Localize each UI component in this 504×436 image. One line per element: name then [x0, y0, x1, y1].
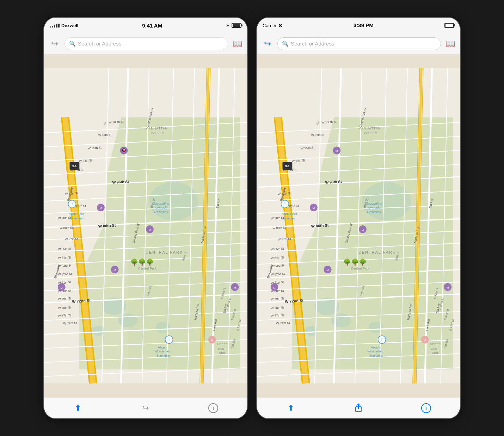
map-bottom-1: ⬆ ↪ i [44, 397, 247, 418]
svg-text:9A: 9A [285, 164, 290, 168]
svg-text:9A: 9A [72, 164, 77, 168]
share-btn-2[interactable] [351, 400, 366, 416]
map-2[interactable]: W 100th St W 97th St W 95th St W 94th St… [257, 54, 460, 397]
search-input-1[interactable]: 🔍 Search or Address [64, 37, 228, 50]
svg-text:W 87th St: W 87th St [278, 237, 291, 241]
battery-1 [232, 23, 241, 28]
status-right-1: ➤ [226, 23, 241, 28]
svg-text:EAST: EAST [431, 347, 439, 350]
svg-text:Reservoir: Reservoir [367, 210, 382, 214]
map-svg-1: W 100th St W 97th St W 95th St W 94th St… [44, 54, 247, 397]
svg-text:W 88th St: W 88th St [272, 226, 286, 230]
svg-text:M: M [424, 339, 426, 342]
svg-text:W 94th St: W 94th St [79, 158, 92, 163]
search-placeholder-2: Search or Address [291, 41, 334, 47]
battery-2 [444, 23, 454, 28]
svg-text:M: M [113, 268, 116, 272]
phone-2: Carrier ⊙ 3:39 PM ↪ 🔍 Search or Address … [256, 17, 461, 419]
svg-text:🌳🌳🌳: 🌳🌳🌳 [343, 258, 367, 266]
book-btn-1[interactable]: 📖 [231, 37, 244, 50]
status-bar-2: Carrier ⊙ 3:39 PM [257, 18, 460, 33]
svg-text:🚇: 🚇 [122, 148, 126, 152]
battery-fill-1 [233, 24, 240, 27]
location-icon-1: ➤ [226, 23, 229, 28]
svg-text:W 85th St: W 85th St [58, 247, 71, 251]
svg-text:Central Park: Central Park [138, 266, 157, 270]
search-placeholder-1: Search or Address [78, 41, 121, 47]
svg-text:W 77th St: W 77th St [271, 313, 284, 317]
svg-text:🌳🌳🌳: 🌳🌳🌳 [130, 258, 154, 266]
svg-text:M: M [447, 286, 449, 289]
svg-text:W 97th St: W 97th St [311, 133, 325, 137]
share-icon-2 [354, 403, 363, 413]
svg-text:W 94th St: W 94th St [292, 158, 305, 163]
svg-text:Jacqueline: Jacqueline [153, 201, 169, 205]
search-input-2[interactable]: 🔍 Search or Address [277, 37, 441, 50]
svg-text:W 95th St: W 95th St [301, 146, 315, 150]
svg-text:i: i [284, 202, 285, 206]
svg-text:W 97th St: W 97th St [98, 133, 112, 137]
map-bottom-2: ⬆ i [257, 397, 460, 418]
time-2: 3:39 PM [354, 22, 374, 28]
svg-text:i: i [381, 338, 382, 342]
svg-text:W 84th St: W 84th St [271, 255, 284, 260]
svg-text:W 78th St: W 78th St [271, 305, 284, 310]
share-icon-1: ↪ [142, 404, 149, 413]
svg-text:M: M [326, 268, 329, 272]
svg-text:Central Park: Central Park [351, 266, 370, 270]
svg-text:M: M [336, 149, 338, 152]
svg-text:Alice In: Alice In [158, 346, 168, 349]
svg-text:Reservoir: Reservoir [154, 210, 169, 214]
book-icon-1: 📖 [233, 39, 242, 48]
location-btn-1[interactable]: ⬆ [70, 400, 86, 416]
location-icon-bottom-2: ⬆ [288, 404, 294, 413]
svg-text:W 78th St: W 78th St [58, 305, 71, 310]
nav-arrow-icon-1: ↪ [51, 39, 58, 49]
info-icon-2: i [421, 403, 431, 413]
search-icon-2: 🔍 [282, 41, 289, 47]
info-btn-2[interactable]: i [418, 400, 434, 416]
svg-text:UPPER: UPPER [430, 343, 441, 346]
map-1[interactable]: W 100th St W 97th St W 95th St W 94th St… [44, 54, 247, 397]
svg-text:Sculpture: Sculpture [156, 354, 170, 357]
svg-text:MANHATTAN: MANHATTAN [146, 127, 168, 130]
nav-back-btn-1[interactable]: ↪ [48, 37, 62, 51]
bar3 [54, 25, 55, 28]
search-bar-2: ↪ 🔍 Search or Address 📖 [257, 33, 460, 54]
nav-back-btn-2[interactable]: ↪ [260, 37, 275, 51]
time-1: 9:41 AM [78, 23, 226, 29]
signal-bars-1 [50, 24, 60, 28]
svg-text:MANHATTAN: MANHATTAN [358, 127, 381, 130]
book-btn-2[interactable]: 📖 [444, 37, 456, 50]
info-btn-1[interactable]: i [205, 400, 221, 416]
map-svg-2: W 100th St W 97th St W 95th St W 94th St… [257, 54, 460, 397]
svg-text:VALLEY: VALLEY [151, 131, 165, 135]
svg-text:SIDE: SIDE [432, 351, 440, 355]
svg-text:W 79th St: W 79th St [271, 297, 284, 301]
svg-text:CENTRAL PARK: CENTRAL PARK [146, 250, 183, 254]
bar5 [58, 24, 60, 28]
status-right-2 [444, 23, 454, 28]
svg-text:niable Child: niable Child [282, 212, 297, 216]
carrier-name-2: Carrier [263, 23, 277, 28]
svg-text:SIDE: SIDE [219, 351, 227, 355]
share-btn-1[interactable]: ↪ [138, 400, 153, 416]
wifi-icon-2: ⊙ [278, 23, 283, 28]
svg-text:M: M [273, 286, 276, 289]
svg-text:M: M [60, 286, 63, 289]
location-icon-bottom-1: ⬆ [75, 404, 81, 413]
svg-text:M: M [211, 339, 213, 342]
svg-text:i: i [72, 202, 73, 206]
svg-text:W 88th St: W 88th St [60, 226, 73, 230]
location-btn-2[interactable]: ⬆ [283, 400, 299, 416]
search-bar-1: ↪ 🔍 Search or Address 📖 [44, 33, 247, 54]
bar4 [56, 24, 57, 28]
svg-text:M: M [234, 286, 236, 289]
svg-text:UPPER: UPPER [217, 343, 228, 346]
svg-text:M: M [362, 228, 364, 231]
svg-text:Sculpture: Sculpture [369, 354, 383, 357]
svg-text:niable Child: niable Child [69, 212, 84, 216]
svg-text:Jacqueline: Jacqueline [366, 201, 382, 205]
svg-text:M: M [100, 206, 102, 210]
status-left-1: Dexwell [50, 23, 78, 28]
